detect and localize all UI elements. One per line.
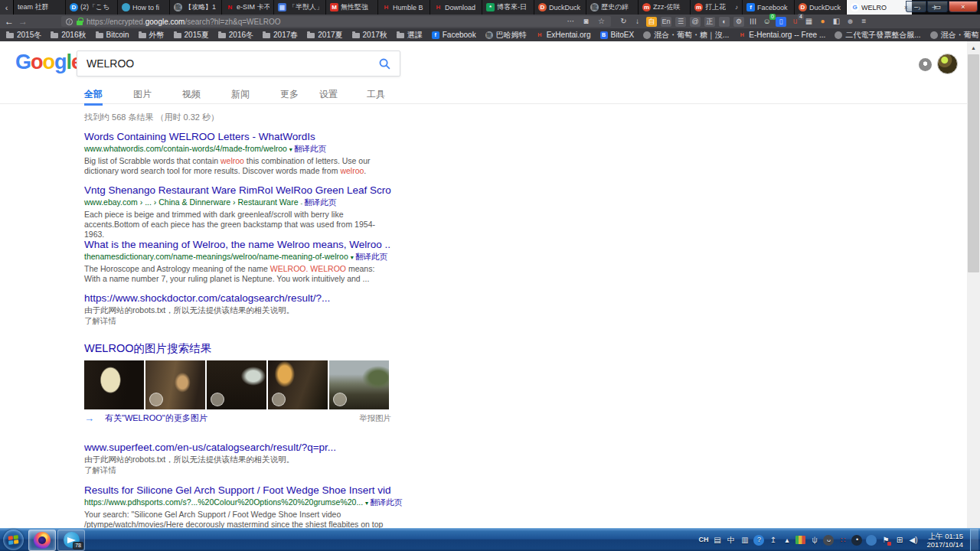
image-result-thumbnail[interactable] xyxy=(145,360,205,409)
search-input[interactable] xyxy=(77,57,369,70)
browser-tab[interactable]: How to fi xyxy=(118,0,170,15)
sidebar-icon[interactable]: ◧ xyxy=(831,17,841,27)
browser-tab[interactable]: team 社群 xyxy=(14,0,66,15)
browser-tab[interactable]: mZzz-佐咲 xyxy=(639,0,691,15)
volume-icon[interactable]: ◀) xyxy=(908,535,918,546)
ime-chinese-icon[interactable]: 中 xyxy=(726,535,736,546)
browser-tab[interactable]: m打上花♪ xyxy=(691,0,743,15)
report-images-link[interactable]: 举报图片 xyxy=(359,413,391,424)
bookmark-folder[interactable]: 2016秋 xyxy=(51,30,86,41)
ext-gear-icon[interactable]: ⚙ xyxy=(733,17,744,27)
scrollbar-thumb[interactable] xyxy=(968,54,979,272)
tab-audio-icon[interactable]: ♪ xyxy=(735,4,738,11)
result-title[interactable]: https://www.shockdoctor.com/catalogsearc… xyxy=(84,292,391,304)
qr-grid-icon[interactable]: ▦ xyxy=(804,17,814,27)
image-results-header-link[interactable]: WELROO的图片搜索结果 xyxy=(84,341,211,356)
translate-link[interactable]: 翻译此页 xyxy=(304,197,336,207)
ublock-icon[interactable]: u4 xyxy=(790,17,800,27)
tracking-shield-icon[interactable]: ◙ xyxy=(581,17,591,27)
bookmark-folder[interactable]: 2017秋 xyxy=(352,30,387,41)
ghost-ext-icon[interactable]: ☻ xyxy=(845,17,855,27)
translate-link[interactable]: 翻译此页 xyxy=(355,252,387,261)
library-icon[interactable]: ☰ xyxy=(748,17,758,27)
browser-tab[interactable]: DDuckDuck xyxy=(795,0,847,15)
result-title[interactable]: What is the meaning of Welroo, the name … xyxy=(84,239,391,250)
blue-app-icon[interactable] xyxy=(866,535,877,546)
image-result-thumbnail[interactable] xyxy=(207,360,266,409)
learn-more-link[interactable]: 了解详情 xyxy=(84,316,391,327)
site-info-icon[interactable]: i xyxy=(66,18,73,25)
ime-mode-icon[interactable]: ▥ xyxy=(740,535,750,546)
bookmark-item[interactable]: 龍巴哈姆特 xyxy=(485,30,527,41)
bookmark-folder[interactable]: 2017春 xyxy=(263,30,298,41)
translate-link[interactable]: 翻译此页 xyxy=(294,144,326,153)
browser-tab[interactable]: DDuckDuck xyxy=(534,0,586,15)
browser-tab[interactable]: GWELRO× xyxy=(847,0,913,15)
browser-tab[interactable]: *博客來-日 xyxy=(482,0,534,15)
results-tab-新闻[interactable]: 新闻 xyxy=(231,88,250,106)
keyboard-layout-icon[interactable]: ▤ xyxy=(712,535,722,546)
bookmark-folder[interactable]: 2015夏 xyxy=(174,30,209,41)
page-scrollbar[interactable]: ▲ xyxy=(967,41,980,528)
bookmark-folder[interactable]: 2017夏 xyxy=(307,30,342,41)
browser-tab[interactable]: 龍歴史の絆 xyxy=(586,0,639,15)
bookmark-folder[interactable]: 2016冬 xyxy=(218,30,253,41)
menu-link-工具[interactable]: 工具 xyxy=(367,88,385,101)
show-hidden-icons[interactable]: ▴ xyxy=(782,535,792,546)
bookmark-star-icon[interactable]: ☆ xyxy=(596,17,606,27)
notification-icon[interactable] xyxy=(919,58,932,71)
steam-icon[interactable]: • xyxy=(851,535,862,546)
search-icon[interactable] xyxy=(369,57,400,70)
url-bar[interactable]: i https://encrypted.google.com/search?hl… xyxy=(61,16,611,27)
result-title[interactable]: www.superfeet.com/en-us/catalogsearch/re… xyxy=(84,442,391,453)
bookmark-item[interactable]: 混合・葡萄・糖｜沒做... xyxy=(930,30,980,41)
red-cluster-icon[interactable]: ∷ xyxy=(838,535,848,546)
bookmark-folder[interactable]: 2015冬 xyxy=(6,30,41,41)
taskbar-clock[interactable]: 上午 01:15 2017/10/14 xyxy=(922,532,966,549)
browser-tab[interactable]: HHumble B xyxy=(378,0,430,15)
search-box[interactable] xyxy=(77,51,400,77)
bookmark-item[interactable]: BBitoEX xyxy=(600,31,635,39)
language-indicator[interactable]: CH xyxy=(698,535,708,546)
scrollbar-up-icon[interactable]: ▲ xyxy=(967,41,980,54)
browser-tab[interactable]: M無性堅強 xyxy=(326,0,378,15)
browser-tab[interactable]: Ne-SIM 卡不 xyxy=(222,0,274,15)
menu-hamburger-icon[interactable]: ≡ xyxy=(859,17,869,27)
minimize-button[interactable]: – xyxy=(906,1,926,12)
results-tab-全部[interactable]: 全部 xyxy=(84,88,103,106)
more-images-link[interactable]: 有关"WELROO"的更多图片 xyxy=(105,412,207,424)
reload-icon[interactable]: ↻ xyxy=(619,17,629,27)
start-button[interactable] xyxy=(3,530,24,550)
wireless-icon[interactable]: ψ xyxy=(809,535,819,546)
restore-button[interactable]: ▭ xyxy=(927,1,948,12)
browser-tab[interactable]: ▦「半獣人」 xyxy=(274,0,326,15)
bookmark-folder[interactable]: 選課 xyxy=(397,30,423,41)
bookmark-item[interactable]: 混合・葡萄・糖｜沒... xyxy=(643,30,729,41)
network-icon[interactable]: ⊞ xyxy=(894,535,904,546)
results-tab-视频[interactable]: 视频 xyxy=(182,88,201,106)
image-result-thumbnail[interactable] xyxy=(329,360,389,409)
back-button[interactable]: ← xyxy=(5,17,14,26)
close-button[interactable]: × xyxy=(949,1,978,12)
results-tab-图片[interactable]: 图片 xyxy=(133,88,152,106)
bookmark-folder[interactable]: 外幣 xyxy=(139,30,165,41)
translate-link[interactable]: 翻译此页 xyxy=(370,497,402,507)
monitor-chart-icon[interactable] xyxy=(795,536,805,544)
ext-at-icon[interactable]: @ xyxy=(690,17,701,27)
telegram-taskbar-button[interactable]: 78 xyxy=(57,530,85,551)
ext-english-icon[interactable]: En xyxy=(661,17,671,27)
image-result-thumbnail[interactable] xyxy=(84,360,144,409)
result-title[interactable]: Words Containing WELROO Letters - WhatWo… xyxy=(84,131,391,142)
bookmark-folder[interactable]: Bitcoin xyxy=(96,31,129,39)
show-desktop-button[interactable] xyxy=(970,529,978,551)
pocket-bag-icon[interactable]: ▯ xyxy=(776,17,786,27)
bookmark-item[interactable]: fFacebook xyxy=(432,31,476,39)
learn-more-link[interactable]: 了解详情 xyxy=(84,465,391,476)
bookmark-item[interactable]: HExHentai.org xyxy=(536,31,591,39)
account-ext-icon[interactable]: ☺0 xyxy=(762,17,772,27)
browser-tab[interactable]: fFacebook xyxy=(743,0,795,15)
bookmark-item[interactable]: 二代電子發票整合服... xyxy=(835,30,920,41)
ext-list-icon[interactable]: ☰ xyxy=(675,17,686,27)
forward-button[interactable]: → xyxy=(18,17,28,26)
proxy-ball-icon[interactable]: ● xyxy=(818,17,828,27)
